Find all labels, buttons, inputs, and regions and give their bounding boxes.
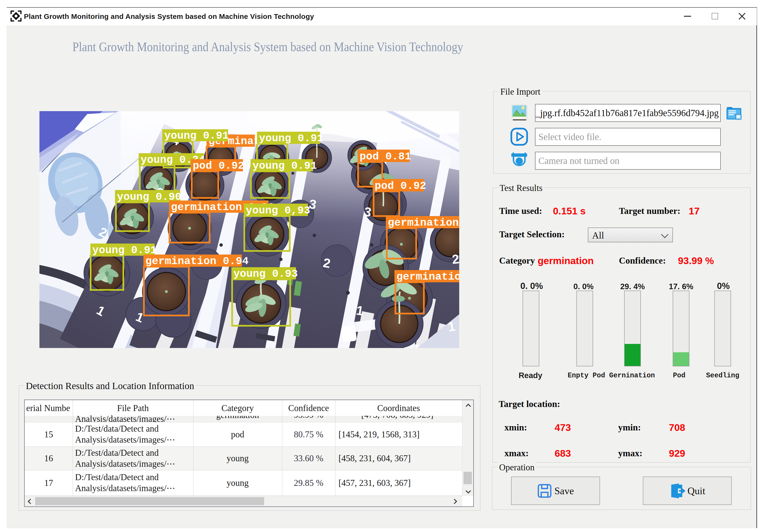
svg-text:germination 0.94: germination 0.94 xyxy=(145,255,249,267)
svg-text:young 0.91: young 0.91 xyxy=(259,132,323,145)
svg-text:young 0.91: young 0.91 xyxy=(253,160,317,172)
svg-text:young 0.93: young 0.93 xyxy=(233,268,298,280)
svg-text:germinatio: germinatio xyxy=(396,271,459,283)
svg-text:young 0.91: young 0.91 xyxy=(164,130,229,142)
svg-text:young 0,93: young 0,93 xyxy=(246,205,310,217)
svg-text:pod 0.92: pod 0.92 xyxy=(375,180,426,192)
svg-text:pod 0.92: pod 0.92 xyxy=(193,160,244,172)
svg-text:2: 2 xyxy=(451,252,459,267)
svg-text:germination: germination xyxy=(388,217,459,229)
svg-text:pod 0.81: pod 0.81 xyxy=(359,151,411,163)
